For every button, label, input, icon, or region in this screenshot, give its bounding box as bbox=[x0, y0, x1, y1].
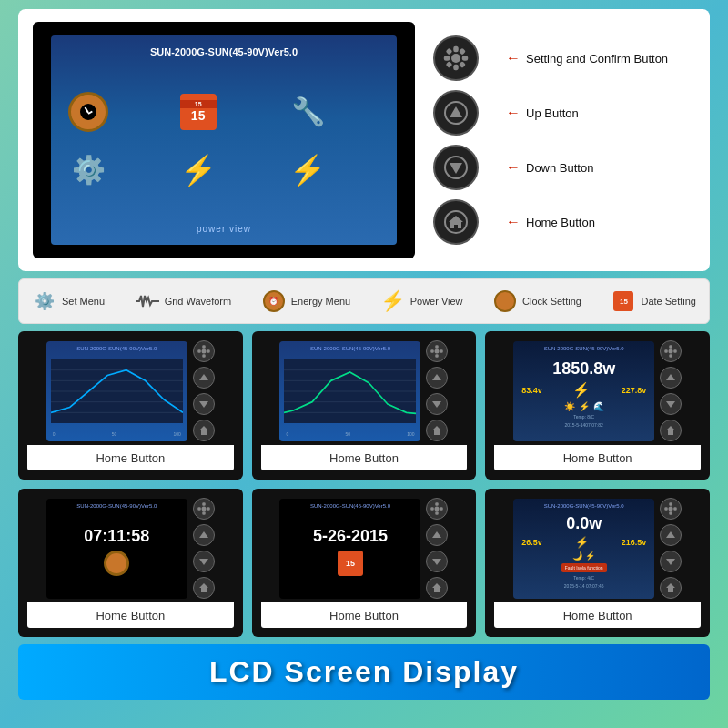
mini-home-1[interactable] bbox=[193, 420, 215, 441]
svg-marker-27 bbox=[199, 401, 208, 408]
svg-marker-50 bbox=[666, 426, 675, 435]
card1-label: Home Button bbox=[96, 451, 165, 465]
mini-gear-5[interactable] bbox=[426, 498, 448, 520]
screens-grid: SUN-2000G-SUN(45-90V)Ver5.0 0 50 bbox=[18, 331, 710, 637]
svg-point-59 bbox=[435, 507, 440, 511]
mini-home-2[interactable] bbox=[426, 420, 448, 441]
mini-down-2[interactable] bbox=[426, 393, 448, 415]
mini-home-6[interactable] bbox=[660, 577, 682, 599]
footer-banner: LCD Screen Display bbox=[18, 644, 710, 700]
mini-home-5[interactable] bbox=[426, 577, 448, 599]
menu-power-label: Power View bbox=[410, 296, 463, 307]
card5-label: Home Button bbox=[329, 609, 399, 622]
svg-marker-56 bbox=[199, 531, 208, 538]
mini-down-6[interactable] bbox=[660, 551, 682, 572]
down-label-item: ← Down Button bbox=[506, 145, 668, 190]
home-button-main[interactable] bbox=[433, 199, 479, 245]
icon-tools: 🔧 bbox=[285, 89, 330, 135]
card3-label: Home Button bbox=[563, 451, 632, 465]
mini-gear-2[interactable] bbox=[426, 340, 448, 362]
mini-down-3[interactable] bbox=[660, 393, 682, 415]
menu-bar: ⚙️ Set Menu Grid Waveform ⏰ Energy Menu … bbox=[18, 278, 710, 324]
home-label-text: Home Button bbox=[526, 216, 595, 229]
svg-rect-70 bbox=[665, 508, 667, 510]
main-screen: SUN-2000G-SUN(45-90V)Ver5.0 15 15 bbox=[33, 22, 415, 258]
mini-gear-6[interactable] bbox=[660, 498, 682, 520]
setting-label-item: ← Setting and Confirm Button bbox=[506, 35, 668, 81]
svg-rect-6 bbox=[460, 49, 464, 53]
mini-home-4[interactable] bbox=[193, 577, 215, 599]
power-view-label: power view bbox=[197, 224, 251, 234]
calendar-icon: 15 bbox=[611, 288, 636, 314]
up-label-text: Up Button bbox=[526, 106, 579, 120]
setting-confirm-button[interactable] bbox=[433, 35, 479, 81]
mini-up-1[interactable] bbox=[193, 367, 215, 389]
mini-gear-1[interactable] bbox=[193, 340, 215, 362]
mini-buttons-1 bbox=[193, 340, 215, 441]
mini-up-5[interactable] bbox=[426, 524, 448, 546]
svg-rect-8 bbox=[460, 63, 464, 66]
svg-rect-2 bbox=[455, 66, 458, 69]
menu-date[interactable]: 15 Date Setting bbox=[611, 288, 696, 314]
menu-energy[interactable]: ⏰ Energy Menu bbox=[261, 288, 350, 314]
icon-lightning2: ⚡ bbox=[285, 147, 330, 193]
mini-gear-4[interactable] bbox=[193, 498, 215, 520]
screen-card-1: SUN-2000G-SUN(45-90V)Ver5.0 0 50 bbox=[18, 331, 243, 480]
mini-up-4[interactable] bbox=[193, 524, 215, 546]
svg-rect-23 bbox=[203, 355, 205, 357]
svg-rect-69 bbox=[670, 512, 672, 514]
svg-point-0 bbox=[451, 54, 460, 63]
icon-gear: ⚙️ bbox=[66, 147, 111, 193]
hardware-buttons bbox=[433, 35, 479, 245]
card6-label: Home Button bbox=[563, 609, 632, 622]
gear-icon: ⚙️ bbox=[32, 288, 57, 314]
svg-rect-71 bbox=[674, 508, 676, 510]
svg-marker-65 bbox=[432, 559, 441, 565]
svg-rect-36 bbox=[436, 346, 438, 348]
mini-up-6[interactable] bbox=[660, 524, 682, 546]
svg-rect-61 bbox=[436, 512, 438, 514]
mini-down-4[interactable] bbox=[193, 551, 215, 572]
svg-rect-54 bbox=[198, 508, 200, 510]
screen-title: SUN-2000G-SUN(45-90V)Ver5.0 bbox=[150, 46, 298, 57]
card4-label: Home Button bbox=[96, 609, 165, 622]
svg-marker-40 bbox=[432, 374, 441, 380]
svg-rect-3 bbox=[445, 57, 449, 60]
svg-rect-22 bbox=[203, 346, 205, 348]
mini-home-3[interactable] bbox=[660, 420, 682, 441]
svg-marker-10 bbox=[450, 106, 462, 117]
menu-date-label: Date Setting bbox=[641, 296, 696, 307]
mini-down-5[interactable] bbox=[426, 551, 448, 572]
svg-rect-68 bbox=[670, 503, 672, 505]
card2-label: Home Button bbox=[329, 451, 399, 465]
power-val2: 227.8v bbox=[622, 386, 647, 395]
svg-marker-41 bbox=[432, 401, 441, 408]
menu-set[interactable]: ⚙️ Set Menu bbox=[32, 288, 105, 314]
menu-clock-label: Clock Setting bbox=[522, 296, 581, 307]
mini-up-3[interactable] bbox=[660, 367, 682, 389]
svg-rect-4 bbox=[463, 57, 467, 60]
low-power-val1: 26.5v bbox=[521, 538, 542, 547]
setting-arrow: ← bbox=[506, 50, 521, 66]
svg-marker-49 bbox=[666, 401, 675, 408]
menu-grid-label: Grid Waveform bbox=[165, 296, 232, 307]
clock-icon bbox=[492, 288, 518, 314]
date-value: 5-26-2015 bbox=[313, 527, 388, 546]
up-button[interactable] bbox=[433, 90, 479, 136]
svg-rect-46 bbox=[665, 350, 667, 352]
svg-marker-26 bbox=[199, 374, 208, 380]
menu-grid-waveform[interactable]: Grid Waveform bbox=[135, 288, 232, 314]
icon-calendar: 15 15 bbox=[176, 89, 221, 135]
mini-gear-3[interactable] bbox=[660, 340, 682, 362]
menu-clock[interactable]: Clock Setting bbox=[492, 288, 581, 314]
low-power-main: 0.0w bbox=[566, 514, 602, 533]
mini-up-2[interactable] bbox=[426, 367, 448, 389]
mini-down-1[interactable] bbox=[193, 393, 215, 415]
menu-set-label: Set Menu bbox=[62, 296, 105, 307]
down-button[interactable] bbox=[433, 145, 479, 190]
svg-marker-12 bbox=[450, 163, 462, 174]
svg-rect-24 bbox=[198, 350, 200, 352]
energy-icon: ⏰ bbox=[261, 288, 287, 314]
up-label-item: ← Up Button bbox=[506, 90, 668, 136]
menu-power-view[interactable]: ⚡ Power View bbox=[380, 288, 463, 314]
